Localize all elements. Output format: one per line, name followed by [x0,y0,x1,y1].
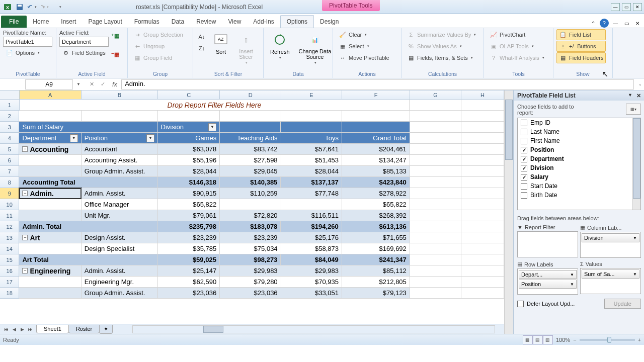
cell[interactable]: $27,598 [220,155,281,166]
sheet-nav-prev[interactable]: ◀ [10,325,18,333]
cell[interactable]: $79,061 [158,210,220,221]
excel-icon[interactable]: X [2,2,13,13]
cell[interactable] [410,232,461,243]
field-checkbox[interactable]: ✓ [521,174,527,180]
row-header[interactable]: 7 [0,166,19,177]
row-header[interactable]: 14 [0,243,19,254]
formula-input[interactable]: Admin. [121,79,634,89]
cell[interactable] [410,122,461,133]
cell[interactable]: $140,385 [220,177,281,188]
values-area[interactable]: Sum of Sa...▼ [580,268,641,294]
cell[interactable]: $268,392 [342,210,410,221]
cell[interactable] [461,232,504,243]
collapse-icon[interactable]: − [22,146,28,152]
cell[interactable] [410,133,461,144]
field-checkbox[interactable] [521,192,527,199]
cell[interactable]: $65,822 [158,199,220,210]
row-header[interactable]: 8 [0,177,19,188]
field-settings-button[interactable]: ⚙Field Settings [59,47,109,58]
cell[interactable] [461,243,504,254]
field-list-box[interactable]: Emp IDLast NameFirst Name✓Position✓Depar… [517,118,641,210]
cell[interactable] [281,111,342,122]
field-checkbox[interactable] [521,129,527,135]
page-break-view-button[interactable]: ▥ [543,335,553,344]
department-filter-dropdown[interactable]: ▼ [70,134,78,142]
cell[interactable]: Games [158,133,220,144]
cell[interactable] [461,166,504,177]
cell[interactable] [461,199,504,210]
field-list-toggle[interactable]: 📋Field List [556,29,606,40]
cell[interactable]: Accounting Assist. [82,155,158,166]
cell[interactable] [461,133,504,144]
cell[interactable] [19,111,81,122]
workbook-restore[interactable]: ▭ [622,19,631,28]
cell[interactable]: Engineering Mgr. [82,277,158,288]
sort-asc-button[interactable]: A↓ [196,31,207,42]
workbook-close[interactable]: ✕ [633,19,642,28]
zoom-in-button[interactable]: + [638,337,641,343]
view-tab[interactable]: View [222,16,248,28]
cell[interactable] [461,144,504,155]
row-header[interactable]: 5 [0,144,19,155]
cell[interactable]: −Engineering [19,265,81,277]
cell[interactable]: $137,137 [281,177,342,188]
review-tab[interactable]: Review [190,16,222,28]
cell[interactable]: $241,347 [342,254,410,265]
row-header[interactable]: 16 [0,265,19,277]
name-box[interactable]: A9 [25,79,73,89]
cell[interactable]: −Accounting [19,144,81,155]
pm-buttons-toggle[interactable]: ±+/- Buttons [556,41,606,52]
cell[interactable]: $25,176 [281,232,342,243]
cell[interactable]: $85,133 [342,166,410,177]
field-list-dropdown[interactable]: ▼ [628,93,632,99]
row-header[interactable]: 3 [0,122,19,133]
sheet-tab-active[interactable]: Sheet1 [36,325,69,333]
cell[interactable] [461,265,504,277]
row-labels-area[interactable]: Depart...▼ Position▼ [517,268,578,295]
cell[interactable] [461,100,504,111]
cell[interactable] [410,177,461,188]
field-list-layout-button[interactable]: ▦▾ [626,104,641,115]
cell[interactable] [19,243,81,254]
cell[interactable] [19,155,81,166]
cell[interactable]: $62,590 [158,277,220,288]
select-button[interactable]: ▦Select▾ [336,41,392,52]
cell[interactable]: $116,511 [281,210,342,221]
cell[interactable]: Design Specialist [82,243,158,254]
pill-department[interactable]: Depart...▼ [519,270,577,279]
cell[interactable]: $194,260 [281,221,342,232]
data-tab[interactable]: Data [166,16,190,28]
fields-items-button[interactable]: ▦Fields, Items, & Sets▾ [405,52,478,63]
field-row[interactable]: Start Date [518,182,640,191]
cell[interactable]: $23,036 [158,288,220,299]
cell[interactable] [220,122,281,133]
sort-button[interactable]: AZSort [209,29,232,57]
page-layout-view-button[interactable]: ▤ [533,335,543,344]
field-row[interactable]: Birth Date [518,191,640,200]
cell[interactable]: Group Admin. Assist. [82,166,158,177]
minimize-button[interactable]: — [611,3,620,11]
fx-icon[interactable]: fx [112,80,117,88]
cell[interactable] [410,254,461,265]
cell[interactable]: $235,798 [158,221,220,232]
cell[interactable] [410,221,461,232]
row-header[interactable]: 9 [0,188,19,199]
col-header[interactable]: C [158,90,220,99]
cell[interactable] [220,111,281,122]
cell[interactable]: $90,915 [158,188,220,199]
cell[interactable] [342,111,410,122]
cell[interactable]: Sum of Salary [19,122,157,133]
pill-division[interactable]: Division▼ [582,233,639,242]
cell[interactable]: Design Assist. [82,232,158,243]
cell[interactable] [461,254,504,265]
zoom-slider[interactable] [580,339,635,341]
cell[interactable]: $29,983 [281,265,342,277]
col-header[interactable]: A [20,90,82,99]
insert-tab[interactable]: Insert [55,16,82,28]
row-header[interactable]: 2 [0,111,19,122]
pivotchart-button[interactable]: 📈PivotChart [487,29,547,40]
cell[interactable] [461,155,504,166]
cell[interactable] [410,100,461,111]
zoom-level[interactable]: 100% [556,337,570,343]
cell[interactable]: $169,692 [342,243,410,254]
